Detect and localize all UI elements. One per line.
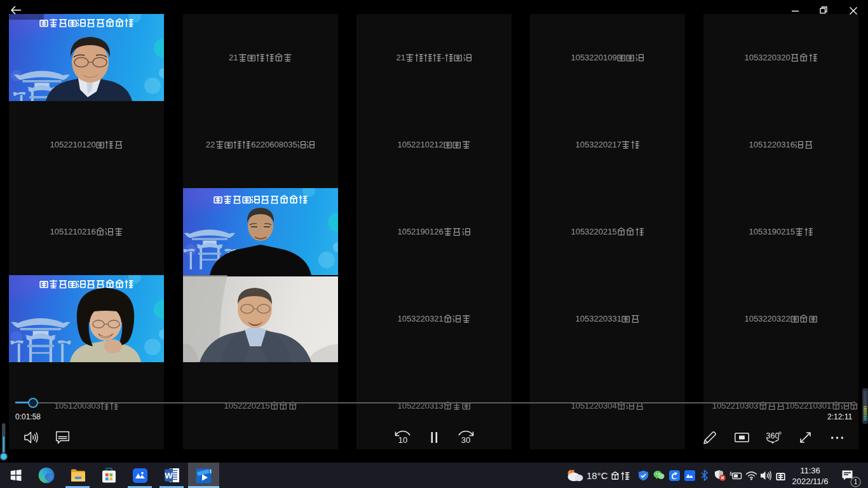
svg-text:1: 1 bbox=[854, 478, 858, 485]
svg-text:W: W bbox=[165, 471, 173, 480]
svg-text:10: 10 bbox=[398, 435, 407, 445]
svg-text:30: 30 bbox=[461, 435, 470, 445]
svg-text:360: 360 bbox=[766, 431, 780, 440]
